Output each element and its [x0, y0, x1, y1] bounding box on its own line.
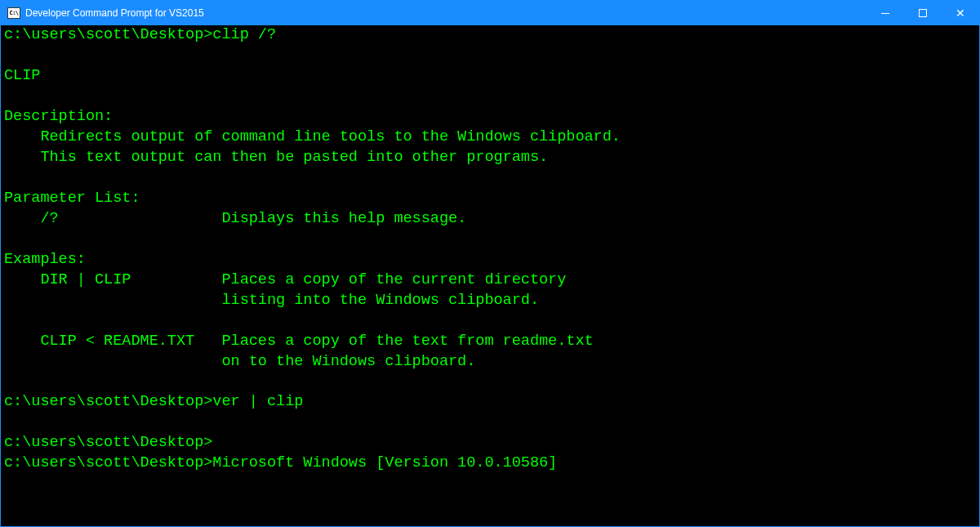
- minimize-icon: [881, 13, 889, 14]
- close-button[interactable]: ✕: [942, 1, 979, 25]
- terminal-output[interactable]: c:\users\scott\Desktop>clip /? CLIP Desc…: [1, 25, 979, 526]
- window-title: Developer Command Prompt for VS2015: [25, 7, 866, 19]
- maximize-icon: [919, 9, 927, 17]
- close-icon: ✕: [956, 7, 965, 19]
- window-controls: ✕: [866, 1, 979, 25]
- titlebar[interactable]: C:\ Developer Command Prompt for VS2015 …: [1, 1, 979, 25]
- minimize-button[interactable]: [866, 1, 904, 25]
- cmd-icon: C:\: [7, 7, 20, 19]
- command-prompt-window: C:\ Developer Command Prompt for VS2015 …: [0, 0, 980, 527]
- cmd-icon-label: C:\: [9, 10, 18, 16]
- maximize-button[interactable]: [904, 1, 942, 25]
